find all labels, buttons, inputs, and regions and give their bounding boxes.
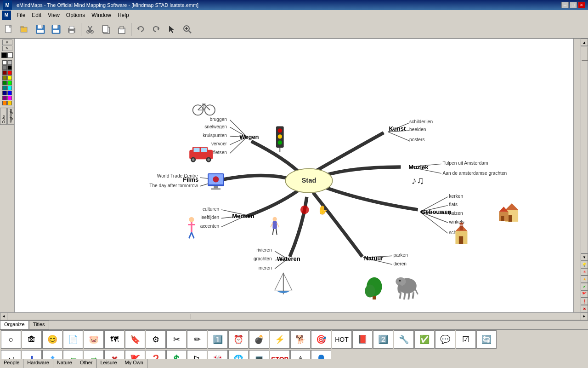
color-yellow[interactable] <box>7 75 12 80</box>
clip-tools2[interactable]: 🔧 <box>394 330 414 349</box>
clip-pen[interactable]: ✏ <box>187 330 207 349</box>
color-darkgray[interactable] <box>2 65 7 70</box>
titlebar-controls[interactable]: ─ □ ✕ <box>561 2 585 8</box>
color-red[interactable] <box>7 70 12 75</box>
hscroll-thumb[interactable] <box>90 314 191 319</box>
clip-num2[interactable]: 2️⃣ <box>373 330 393 349</box>
clip-sign[interactable]: ⚠ <box>290 350 311 359</box>
background-color[interactable] <box>7 52 13 58</box>
paste-button[interactable] <box>114 22 129 37</box>
zoom-button[interactable] <box>180 22 195 37</box>
cat-nature[interactable]: Nature <box>53 359 76 368</box>
clip-stop[interactable]: STOP <box>270 350 290 359</box>
cat-leisure[interactable]: Leisure <box>97 359 121 368</box>
redo-button[interactable] <box>149 22 164 37</box>
clip-arrow-right[interactable]: ➡ <box>84 350 104 359</box>
cat-myown[interactable]: My Own <box>121 359 147 368</box>
clip-coin[interactable]: 😊 <box>42 330 62 349</box>
menu-edit[interactable]: Edit <box>29 11 44 19</box>
color-aqua[interactable] <box>7 86 12 90</box>
copy-button[interactable] <box>99 22 113 37</box>
color-fuchsia[interactable] <box>7 96 12 100</box>
alert-icon[interactable]: ❗ <box>581 298 588 305</box>
clip-arrow-down[interactable]: ⬇ <box>22 350 42 359</box>
clip-num1[interactable]: 1️⃣ <box>208 330 228 349</box>
clip-lightning[interactable]: ⚡ <box>270 330 290 349</box>
color-lightgray[interactable] <box>7 60 12 65</box>
color-green[interactable] <box>2 80 7 85</box>
wateren-label[interactable]: Wateren <box>277 255 300 262</box>
clip-question[interactable]: ❓ <box>146 350 166 359</box>
star-icon[interactable]: ★ <box>581 276 588 283</box>
clip-face[interactable]: 🏚 <box>22 330 42 349</box>
open-button[interactable] <box>17 22 32 37</box>
cut-button[interactable] <box>83 22 98 37</box>
tab-organize[interactable]: Organize <box>0 321 29 329</box>
clip-bomb[interactable]: 💣 <box>249 330 269 349</box>
color-black[interactable] <box>7 65 12 70</box>
color-orange[interactable] <box>2 101 7 105</box>
color-olive[interactable] <box>2 75 7 80</box>
hscroll-left[interactable]: ◄ <box>0 313 7 320</box>
clip-hot[interactable]: HOT <box>332 330 352 349</box>
check-icon[interactable]: ✔ <box>581 283 588 290</box>
color-lime[interactable] <box>7 80 12 85</box>
gebouwen-label[interactable]: Gebouwen <box>421 208 452 215</box>
clip-clock[interactable]: ⏰ <box>228 330 249 349</box>
clip-tick[interactable]: ☑ <box>456 330 476 349</box>
cat-people[interactable]: People <box>0 359 23 368</box>
highlight-label[interactable]: Highlight <box>7 108 14 125</box>
wegen-label[interactable]: Wegen <box>239 133 259 140</box>
clip-circle[interactable]: ○ <box>1 330 21 349</box>
clip-flag2[interactable]: 🏳 <box>187 350 207 359</box>
natuur-label[interactable]: Natuur <box>364 255 383 262</box>
clip-banner[interactable]: 🎌 <box>208 350 228 359</box>
clip-check[interactable]: ✅ <box>414 330 435 349</box>
menu-help[interactable]: Help <box>115 11 132 19</box>
clip-speech[interactable]: 💬 <box>435 330 455 349</box>
hscroll-right[interactable]: ► <box>581 313 588 320</box>
clip-arrow-left[interactable]: ⬅ <box>63 350 83 359</box>
cat-other[interactable]: Other <box>76 359 97 368</box>
kunst-label[interactable]: Kunst <box>389 125 406 132</box>
sun-icon[interactable]: ☀ <box>581 268 588 276</box>
clip-person[interactable]: 👤 <box>311 350 331 359</box>
menu-file[interactable]: File <box>14 11 28 19</box>
clip-computer[interactable]: 💻 <box>249 350 269 359</box>
clip-scissors[interactable]: ✂ <box>166 330 187 349</box>
menu-options[interactable]: Options <box>63 11 88 19</box>
color-blue[interactable] <box>7 91 12 95</box>
tool-select[interactable]: ✕ <box>2 40 12 45</box>
minimize-button[interactable]: ─ <box>561 2 569 8</box>
clip-animal[interactable]: 🐕 <box>290 330 311 349</box>
clip-bookmark[interactable]: 🔖 <box>125 330 145 349</box>
clip-dollar[interactable]: 💲 <box>166 350 187 359</box>
color-maroon[interactable] <box>2 70 7 75</box>
color-lightorange[interactable] <box>7 101 12 105</box>
clip-arrow-up[interactable]: ⬆ <box>42 350 62 359</box>
cross-icon[interactable]: ✖ <box>581 305 588 312</box>
close-button[interactable]: ✕ <box>578 2 585 8</box>
flag-icon[interactable]: 🚩 <box>581 290 588 298</box>
color-purple[interactable] <box>2 96 7 100</box>
clip-pig[interactable]: 🐷 <box>84 330 104 349</box>
clip-paper[interactable]: 📄 <box>63 330 83 349</box>
tab-titles[interactable]: Titles <box>29 321 49 329</box>
save-button[interactable] <box>49 22 63 37</box>
muziek-label[interactable]: Muziek <box>408 164 429 171</box>
menu-window[interactable]: Window <box>89 11 114 19</box>
vscroll-thumb[interactable] <box>582 47 588 61</box>
clip-target[interactable]: 🎯 <box>311 330 331 349</box>
color-white[interactable] <box>2 60 7 65</box>
clip-book[interactable]: 📕 <box>352 330 373 349</box>
menu-view[interactable]: View <box>45 11 62 19</box>
clip-web[interactable]: 🌐 <box>228 350 249 359</box>
color-label[interactable]: Color <box>0 108 7 125</box>
clip-redflag[interactable]: 🚩 <box>125 350 145 359</box>
tool-pen[interactable]: ✎ <box>2 46 12 51</box>
color-navy[interactable] <box>2 91 7 95</box>
vscroll-down[interactable]: ▼ <box>581 253 588 261</box>
foreground-color[interactable] <box>1 52 7 58</box>
maximize-button[interactable]: □ <box>570 2 577 8</box>
print-button[interactable] <box>64 22 79 37</box>
